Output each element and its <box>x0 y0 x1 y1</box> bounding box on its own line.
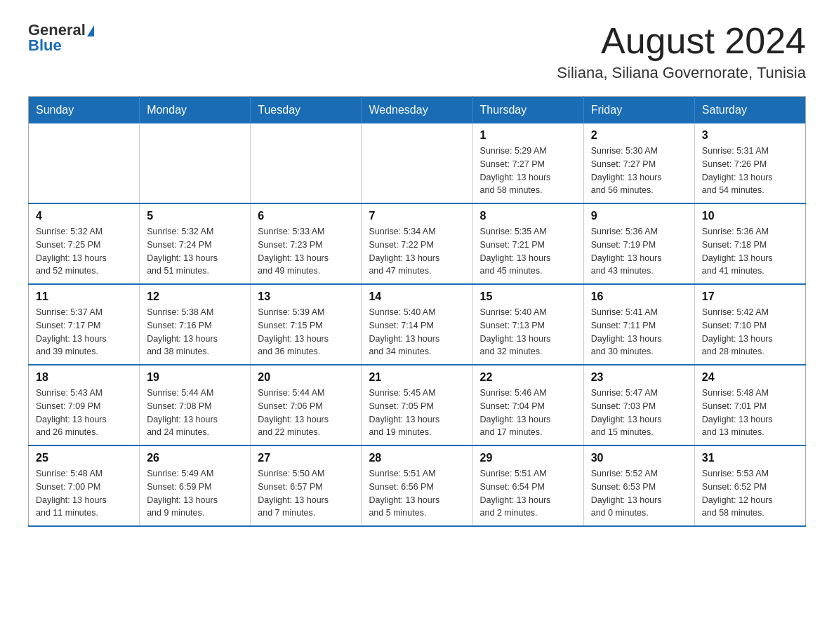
day-number: 27 <box>258 452 354 464</box>
day-number: 24 <box>702 371 798 384</box>
month-title: August 2024 <box>557 21 806 61</box>
day-number: 29 <box>480 452 576 464</box>
day-info: Sunrise: 5:51 AM Sunset: 6:54 PM Dayligh… <box>480 467 576 520</box>
day-info: Sunrise: 5:36 AM Sunset: 7:18 PM Dayligh… <box>702 225 798 278</box>
day-info: Sunrise: 5:33 AM Sunset: 7:23 PM Dayligh… <box>258 225 354 278</box>
day-info: Sunrise: 5:30 AM Sunset: 7:27 PM Dayligh… <box>591 145 687 197</box>
day-info: Sunrise: 5:44 AM Sunset: 7:08 PM Dayligh… <box>147 387 243 439</box>
day-info: Sunrise: 5:32 AM Sunset: 7:24 PM Dayligh… <box>147 225 243 278</box>
day-info: Sunrise: 5:40 AM Sunset: 7:14 PM Dayligh… <box>369 306 465 358</box>
day-cell-12: 12Sunrise: 5:38 AM Sunset: 7:16 PM Dayli… <box>140 284 251 365</box>
day-cell-7: 7Sunrise: 5:34 AM Sunset: 7:22 PM Daylig… <box>362 203 472 284</box>
day-cell-27: 27Sunrise: 5:50 AM Sunset: 6:57 PM Dayli… <box>251 445 362 526</box>
day-number: 9 <box>591 210 687 222</box>
day-number: 5 <box>147 210 243 222</box>
day-cell-2: 2Sunrise: 5:30 AM Sunset: 7:27 PM Daylig… <box>583 123 694 203</box>
day-cell-13: 13Sunrise: 5:39 AM Sunset: 7:15 PM Dayli… <box>251 284 362 365</box>
day-number: 1 <box>480 129 576 142</box>
day-cell-10: 10Sunrise: 5:36 AM Sunset: 7:18 PM Dayli… <box>694 203 805 284</box>
day-info: Sunrise: 5:42 AM Sunset: 7:10 PM Dayligh… <box>702 306 798 358</box>
day-cell-24: 24Sunrise: 5:48 AM Sunset: 7:01 PM Dayli… <box>694 365 805 445</box>
empty-cell <box>362 123 472 203</box>
col-header-saturday: Saturday <box>694 97 805 124</box>
day-info: Sunrise: 5:41 AM Sunset: 7:11 PM Dayligh… <box>591 306 687 358</box>
day-cell-6: 6Sunrise: 5:33 AM Sunset: 7:23 PM Daylig… <box>251 203 362 284</box>
day-info: Sunrise: 5:43 AM Sunset: 7:09 PM Dayligh… <box>36 387 132 439</box>
day-info: Sunrise: 5:48 AM Sunset: 7:01 PM Dayligh… <box>702 387 798 439</box>
day-info: Sunrise: 5:52 AM Sunset: 6:53 PM Dayligh… <box>591 467 687 520</box>
day-number: 3 <box>702 129 798 142</box>
day-number: 16 <box>591 290 687 303</box>
logo: General Blue <box>28 21 94 55</box>
day-info: Sunrise: 5:53 AM Sunset: 6:52 PM Dayligh… <box>702 467 798 520</box>
day-cell-19: 19Sunrise: 5:44 AM Sunset: 7:08 PM Dayli… <box>140 365 251 445</box>
empty-cell <box>140 123 251 203</box>
day-info: Sunrise: 5:48 AM Sunset: 7:00 PM Dayligh… <box>36 467 132 520</box>
day-cell-18: 18Sunrise: 5:43 AM Sunset: 7:09 PM Dayli… <box>29 365 140 445</box>
day-number: 10 <box>702 210 798 222</box>
day-cell-5: 5Sunrise: 5:32 AM Sunset: 7:24 PM Daylig… <box>140 203 251 284</box>
col-header-friday: Friday <box>583 97 694 124</box>
day-info: Sunrise: 5:45 AM Sunset: 7:05 PM Dayligh… <box>369 387 465 439</box>
day-info: Sunrise: 5:34 AM Sunset: 7:22 PM Dayligh… <box>369 225 465 278</box>
day-number: 12 <box>147 290 243 303</box>
day-cell-4: 4Sunrise: 5:32 AM Sunset: 7:25 PM Daylig… <box>29 203 140 284</box>
day-number: 21 <box>369 371 465 384</box>
col-header-wednesday: Wednesday <box>362 97 472 124</box>
week-row-2: 4Sunrise: 5:32 AM Sunset: 7:25 PM Daylig… <box>29 203 806 284</box>
week-row-4: 18Sunrise: 5:43 AM Sunset: 7:09 PM Dayli… <box>29 365 806 445</box>
day-number: 19 <box>147 371 243 384</box>
empty-cell <box>251 123 362 203</box>
day-cell-1: 1Sunrise: 5:29 AM Sunset: 7:27 PM Daylig… <box>472 123 583 203</box>
day-info: Sunrise: 5:39 AM Sunset: 7:15 PM Dayligh… <box>258 306 354 358</box>
day-info: Sunrise: 5:46 AM Sunset: 7:04 PM Dayligh… <box>480 387 576 439</box>
page-header: General Blue August 2024 Siliana, Silian… <box>28 21 806 82</box>
day-cell-8: 8Sunrise: 5:35 AM Sunset: 7:21 PM Daylig… <box>472 203 583 284</box>
day-cell-30: 30Sunrise: 5:52 AM Sunset: 6:53 PM Dayli… <box>583 445 694 526</box>
day-info: Sunrise: 5:50 AM Sunset: 6:57 PM Dayligh… <box>258 467 354 520</box>
day-cell-11: 11Sunrise: 5:37 AM Sunset: 7:17 PM Dayli… <box>29 284 140 365</box>
day-cell-3: 3Sunrise: 5:31 AM Sunset: 7:26 PM Daylig… <box>694 123 805 203</box>
day-info: Sunrise: 5:38 AM Sunset: 7:16 PM Dayligh… <box>147 306 243 358</box>
day-cell-16: 16Sunrise: 5:41 AM Sunset: 7:11 PM Dayli… <box>583 284 694 365</box>
day-number: 2 <box>591 129 687 142</box>
day-cell-21: 21Sunrise: 5:45 AM Sunset: 7:05 PM Dayli… <box>362 365 472 445</box>
day-cell-22: 22Sunrise: 5:46 AM Sunset: 7:04 PM Dayli… <box>472 365 583 445</box>
day-cell-26: 26Sunrise: 5:49 AM Sunset: 6:59 PM Dayli… <box>140 445 251 526</box>
col-header-tuesday: Tuesday <box>251 97 362 124</box>
empty-cell <box>29 123 140 203</box>
day-info: Sunrise: 5:35 AM Sunset: 7:21 PM Dayligh… <box>480 225 576 278</box>
day-info: Sunrise: 5:29 AM Sunset: 7:27 PM Dayligh… <box>480 145 576 197</box>
day-number: 28 <box>369 452 465 464</box>
day-number: 14 <box>369 290 465 303</box>
day-cell-17: 17Sunrise: 5:42 AM Sunset: 7:10 PM Dayli… <box>694 284 805 365</box>
day-cell-9: 9Sunrise: 5:36 AM Sunset: 7:19 PM Daylig… <box>583 203 694 284</box>
day-cell-23: 23Sunrise: 5:47 AM Sunset: 7:03 PM Dayli… <box>583 365 694 445</box>
day-info: Sunrise: 5:47 AM Sunset: 7:03 PM Dayligh… <box>591 387 687 439</box>
day-number: 25 <box>36 452 132 464</box>
day-info: Sunrise: 5:31 AM Sunset: 7:26 PM Dayligh… <box>702 145 798 197</box>
week-row-5: 25Sunrise: 5:48 AM Sunset: 7:00 PM Dayli… <box>29 445 806 526</box>
day-number: 30 <box>591 452 687 464</box>
logo-triangle-icon <box>87 25 94 36</box>
day-cell-25: 25Sunrise: 5:48 AM Sunset: 7:00 PM Dayli… <box>29 445 140 526</box>
col-header-thursday: Thursday <box>472 97 583 124</box>
day-info: Sunrise: 5:49 AM Sunset: 6:59 PM Dayligh… <box>147 467 243 520</box>
day-cell-14: 14Sunrise: 5:40 AM Sunset: 7:14 PM Dayli… <box>362 284 472 365</box>
day-number: 4 <box>36 210 132 222</box>
day-cell-20: 20Sunrise: 5:44 AM Sunset: 7:06 PM Dayli… <box>251 365 362 445</box>
week-row-3: 11Sunrise: 5:37 AM Sunset: 7:17 PM Dayli… <box>29 284 806 365</box>
day-number: 8 <box>480 210 576 222</box>
day-number: 15 <box>480 290 576 303</box>
day-number: 6 <box>258 210 354 222</box>
day-number: 31 <box>702 452 798 464</box>
day-info: Sunrise: 5:44 AM Sunset: 7:06 PM Dayligh… <box>258 387 354 439</box>
week-row-1: 1Sunrise: 5:29 AM Sunset: 7:27 PM Daylig… <box>29 123 806 203</box>
day-info: Sunrise: 5:37 AM Sunset: 7:17 PM Dayligh… <box>36 306 132 358</box>
day-number: 17 <box>702 290 798 303</box>
day-number: 26 <box>147 452 243 464</box>
day-number: 18 <box>36 371 132 384</box>
day-info: Sunrise: 5:51 AM Sunset: 6:56 PM Dayligh… <box>369 467 465 520</box>
day-info: Sunrise: 5:36 AM Sunset: 7:19 PM Dayligh… <box>591 225 687 278</box>
day-number: 20 <box>258 371 354 384</box>
